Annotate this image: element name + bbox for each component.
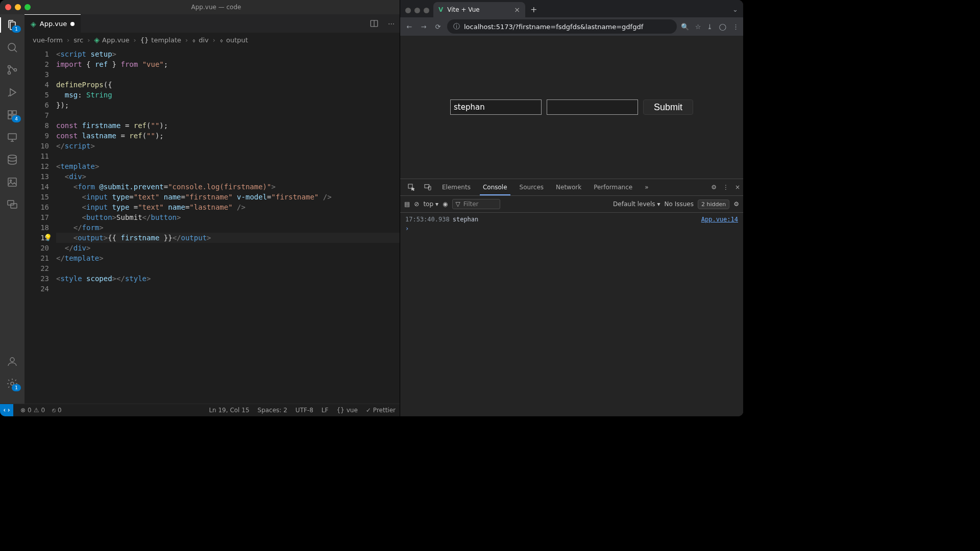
firstname-input[interactable] — [450, 99, 542, 115]
devtools-tab-network[interactable]: Network — [550, 180, 587, 195]
cursor-position[interactable]: Ln 19, Col 15 — [209, 407, 249, 414]
chat-icon[interactable] — [6, 198, 19, 211]
run-debug-icon[interactable] — [6, 86, 19, 99]
code-line[interactable]: const firstname = ref(""); — [56, 120, 400, 131]
devtools-settings-icon[interactable]: ⚙ — [711, 184, 717, 191]
breadcrumb-item[interactable]: ⬨ div — [192, 36, 209, 44]
console-filter-input[interactable]: ▽ Filter — [452, 199, 500, 209]
back-icon[interactable]: ← — [404, 23, 414, 31]
new-tab-button[interactable]: + — [525, 2, 542, 17]
lastname-input[interactable] — [547, 99, 638, 115]
indent-setting[interactable]: Spaces: 2 — [258, 407, 287, 414]
breadcrumb-item[interactable]: ◈ App.vue — [94, 36, 129, 44]
vscode-titlebar[interactable]: App.vue — code — [0, 0, 400, 14]
console-settings-icon[interactable]: ⚙ — [733, 201, 739, 208]
browser-traffic-lights[interactable] — [404, 8, 433, 17]
image-icon[interactable] — [6, 176, 19, 189]
remote-indicator[interactable] — [0, 404, 13, 416]
code-line[interactable]: <div> — [56, 171, 400, 182]
breadcrumb-item[interactable]: vue-form — [33, 36, 63, 44]
console-prompt-icon[interactable]: › — [405, 225, 738, 232]
chevron-down-icon[interactable]: ⌄ — [727, 2, 743, 17]
eol[interactable]: LF — [322, 407, 329, 414]
live-expression-icon[interactable]: ◉ — [443, 201, 448, 208]
devtools-tab-performance[interactable]: Performance — [587, 180, 639, 195]
site-info-icon[interactable]: ⓘ — [453, 22, 460, 31]
breadcrumb-item[interactable]: ⬨ output — [219, 36, 248, 44]
code-line[interactable]: }); — [56, 100, 400, 110]
devtools-tab-console[interactable]: Console — [477, 180, 513, 195]
bookmark-star-icon[interactable]: ☆ — [695, 23, 701, 31]
clear-console-icon[interactable]: ⊘ — [414, 201, 419, 208]
code-line[interactable]: <input type="text" name="firstname" v-mo… — [56, 192, 400, 202]
tab-app-vue[interactable]: ◈ App.vue — [24, 14, 81, 33]
close-tab-icon[interactable]: × — [514, 6, 520, 14]
maximize-window-icon[interactable] — [24, 4, 31, 10]
code-line[interactable]: 💡 <output>{{ firstname }}</output> — [56, 233, 400, 243]
reload-icon[interactable]: ⟳ — [433, 23, 443, 31]
more-icon[interactable]: ⋯ — [386, 18, 397, 30]
browser-tab[interactable]: V Vite + Vue × — [433, 2, 525, 17]
settings-gear-icon[interactable]: 1 — [6, 377, 19, 390]
browser-close-icon[interactable] — [405, 8, 411, 13]
code-line[interactable]: </form> — [56, 222, 400, 233]
code-line[interactable] — [56, 284, 400, 294]
code-line[interactable]: <style scoped></style> — [56, 273, 400, 284]
breadcrumbs[interactable]: vue-form › src › ◈ App.vue › {} template… — [24, 33, 400, 47]
split-editor-icon[interactable] — [368, 17, 381, 30]
formatter-status[interactable]: ✓ Prettier — [366, 407, 396, 414]
code-line[interactable] — [56, 69, 400, 80]
extensions-icon[interactable]: 4 — [6, 108, 19, 121]
close-window-icon[interactable] — [5, 4, 11, 10]
remote-explorer-icon[interactable] — [6, 131, 19, 144]
code-line[interactable]: <form @submit.prevent="console.log(first… — [56, 182, 400, 192]
account-icon[interactable] — [6, 355, 19, 368]
submit-button[interactable]: Submit — [643, 99, 693, 115]
devtools-kebab-icon[interactable]: ⋮ — [723, 184, 729, 191]
devtools-close-icon[interactable]: × — [735, 184, 740, 191]
lightbulb-icon[interactable]: 💡 — [44, 233, 52, 243]
code-line[interactable] — [56, 151, 400, 161]
code-line[interactable]: <script setup> — [56, 49, 400, 59]
ports-counter[interactable]: ⎋0 — [52, 407, 62, 414]
issues-counter[interactable]: No Issues — [665, 201, 694, 208]
code-line[interactable]: <template> — [56, 161, 400, 171]
code-line[interactable]: </template> — [56, 253, 400, 263]
profile-icon[interactable]: ◯ — [719, 23, 726, 31]
browser-max-icon[interactable] — [424, 8, 429, 13]
forward-icon[interactable]: → — [419, 23, 429, 31]
explorer-icon[interactable]: 1 — [6, 18, 19, 32]
zoom-icon[interactable]: 🔍 — [681, 23, 689, 31]
console-output[interactable]: 17:53:40.938 stephan App.vue:14 › — [400, 213, 743, 416]
breadcrumb-item[interactable]: src — [74, 36, 83, 44]
minimize-window-icon[interactable] — [15, 4, 21, 10]
hidden-messages[interactable]: 2 hidden — [698, 199, 729, 209]
kebab-menu-icon[interactable]: ⋮ — [732, 23, 739, 31]
inspect-element-icon[interactable] — [403, 183, 420, 191]
search-icon[interactable] — [6, 41, 19, 54]
context-selector[interactable]: top▾ — [423, 201, 438, 208]
code-line[interactable]: <button>Submit</button> — [56, 212, 400, 222]
code-line[interactable] — [56, 110, 400, 120]
devtools-tab-elements[interactable]: Elements — [436, 180, 477, 195]
address-bar[interactable]: ⓘ localhost:5173/?firstname=fsdgfds&last… — [447, 19, 677, 34]
log-source-link[interactable]: App.vue:14 — [701, 216, 738, 223]
code-line[interactable]: </div> — [56, 243, 400, 253]
console-sidebar-toggle-icon[interactable]: ▤ — [404, 201, 410, 208]
code-line[interactable]: msg: String — [56, 90, 400, 100]
device-toolbar-icon[interactable] — [420, 183, 436, 191]
macos-traffic-lights[interactable] — [5, 4, 31, 10]
code-editor[interactable]: 123456789101112131415161718192021222324 … — [24, 47, 400, 404]
code-line[interactable] — [56, 263, 400, 273]
database-icon[interactable] — [6, 153, 19, 166]
browser-min-icon[interactable] — [414, 8, 420, 13]
source-control-icon[interactable] — [6, 63, 19, 77]
code-line[interactable]: </script> — [56, 141, 400, 151]
breadcrumb-item[interactable]: {} template — [140, 36, 181, 44]
code-line[interactable]: import { ref } from "vue"; — [56, 59, 400, 69]
code-line[interactable]: const lastname = ref(""); — [56, 131, 400, 141]
install-app-icon[interactable]: ⤓ — [707, 23, 713, 31]
language-mode[interactable]: {} vue — [336, 407, 357, 414]
devtools-more-tabs-icon[interactable]: » — [639, 180, 654, 195]
encoding[interactable]: UTF-8 — [296, 407, 313, 414]
